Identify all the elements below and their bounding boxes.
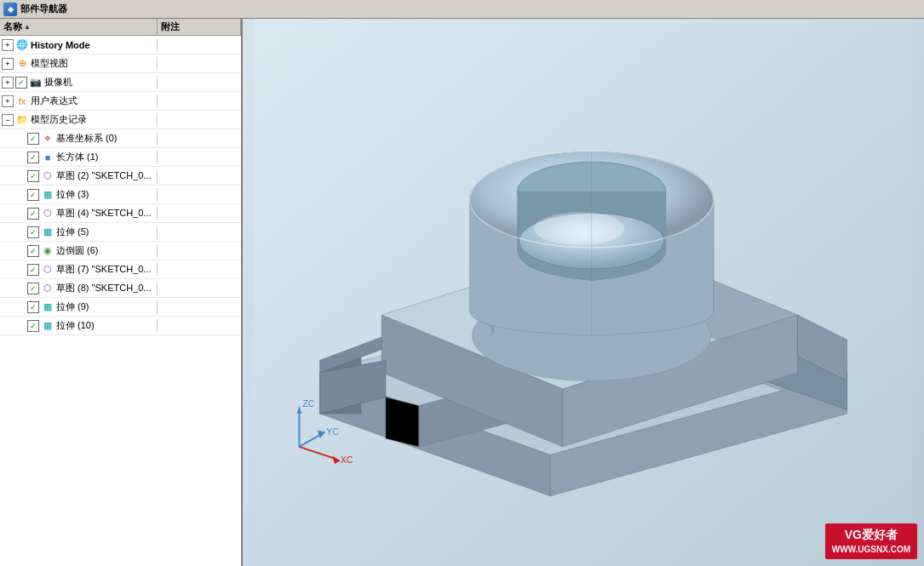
- tree-row-name-cell: ✓▦拉伸 (5): [0, 226, 158, 239]
- sketch8-icon: ⬡: [41, 282, 55, 295]
- tree-row-name-cell: ✓▦拉伸 (3): [0, 188, 158, 202]
- tree-row-name-cell: ✓▦拉伸 (10): [0, 319, 158, 333]
- tree-row-name-cell: ✓⬡草图 (8) "SKETCH_0...: [0, 282, 158, 295]
- tree-row[interactable]: ✓■长方体 (1): [0, 148, 241, 167]
- tree-row-name-cell: +fx用户表达式: [0, 94, 158, 108]
- tree-row[interactable]: +fx用户表达式: [0, 92, 241, 111]
- tree-row-name-cell: ✓■长方体 (1): [0, 151, 158, 164]
- tree-row-text: 拉伸 (5): [56, 226, 89, 238]
- tree-row[interactable]: ✓⬡草图 (2) "SKETCH_0...: [0, 167, 241, 186]
- history-mode-icon: 🌐: [15, 38, 29, 52]
- tree-row-text: 草图 (2) "SKETCH_0...: [56, 169, 151, 182]
- tree-row[interactable]: ✓⬡草图 (4) "SKETCH_0...: [0, 204, 241, 223]
- visibility-checkbox[interactable]: ✓: [15, 77, 27, 89]
- tree-row-name-cell: +⊕模型视图: [0, 57, 158, 71]
- fillet6-icon: ◉: [41, 244, 55, 258]
- extrude9-icon: ▦: [41, 300, 55, 314]
- tree-row-name-cell: ✓⬡草图 (4) "SKETCH_0...: [0, 207, 158, 220]
- watermark-line1: VG爱好者: [832, 527, 910, 544]
- tree-row-text: 模型历史记录: [31, 113, 87, 126]
- svg-text:YC: YC: [326, 426, 339, 437]
- 3d-model-svg: ZC YC XC: [243, 19, 924, 566]
- svg-point-21: [534, 212, 624, 245]
- 3d-viewport[interactable]: ZC YC XC VG爱好者 WWW.UGSNX.COM: [243, 19, 924, 566]
- visibility-checkbox[interactable]: ✓: [27, 264, 39, 276]
- tree-row[interactable]: ✓▦拉伸 (9): [0, 298, 241, 317]
- visibility-checkbox[interactable]: ✓: [27, 170, 39, 182]
- tree-row-text: 拉伸 (3): [56, 188, 89, 201]
- tree-row[interactable]: ✓⬡草图 (7) "SKETCH_0...: [0, 260, 241, 279]
- visibility-checkbox[interactable]: ✓: [27, 245, 39, 257]
- tree-row-text: History Mode: [31, 40, 90, 50]
- tree-row[interactable]: ✓▦拉伸 (10): [0, 317, 241, 335]
- title-bar-text: 部件导航器: [20, 3, 67, 15]
- tree-row-text: 拉伸 (10): [56, 319, 95, 332]
- name-column-header: 名称 ▲: [0, 19, 158, 35]
- tree-row-text: 基准坐标系 (0): [56, 132, 118, 145]
- svg-marker-10: [386, 397, 419, 447]
- visibility-checkbox[interactable]: ✓: [27, 152, 39, 163]
- expand-button[interactable]: +: [2, 58, 14, 70]
- visibility-checkbox[interactable]: ✓: [27, 133, 39, 145]
- svg-text:ZC: ZC: [302, 398, 314, 409]
- expand-button[interactable]: +: [2, 77, 14, 89]
- app-container: ◈ 部件导航器 名称 ▲ 附注 +🌐History Mode+⊕模型视图+✓📷摄…: [0, 0, 924, 566]
- sort-arrow[interactable]: ▲: [24, 23, 31, 31]
- tree-row[interactable]: ✓⌖基准坐标系 (0): [0, 129, 241, 148]
- part-navigator-panel: 名称 ▲ 附注 +🌐History Mode+⊕模型视图+✓📷摄像机+fx用户表…: [0, 19, 243, 566]
- model-view-icon: ⊕: [15, 57, 29, 71]
- tree-row-name-cell: ✓⬡草图 (2) "SKETCH_0...: [0, 169, 158, 183]
- tree-row-text: 用户表达式: [31, 94, 77, 107]
- camera-icon: 📷: [29, 76, 43, 89]
- watermark: VG爱好者 WWW.UGSNX.COM: [825, 523, 917, 559]
- collapse-button[interactable]: −: [2, 114, 14, 126]
- extrude5-icon: ▦: [41, 226, 55, 239]
- sketch2-icon: ⬡: [41, 169, 55, 183]
- app-icon: ◈: [3, 3, 17, 16]
- tree-row-text: 草图 (4) "SKETCH_0...: [56, 207, 151, 220]
- tree-row[interactable]: +✓📷摄像机: [0, 73, 241, 92]
- tree-row[interactable]: ✓◉边倒圆 (6): [0, 242, 241, 260]
- tree-row-name-cell: ✓▦拉伸 (9): [0, 300, 158, 314]
- tree-row[interactable]: +🌐History Mode: [0, 36, 241, 54]
- expand-button[interactable]: +: [2, 39, 14, 51]
- visibility-checkbox[interactable]: ✓: [27, 226, 39, 238]
- sketch7-icon: ⬡: [41, 263, 55, 277]
- extrude10-icon: ▦: [41, 319, 55, 333]
- tree-row[interactable]: ✓⬡草图 (8) "SKETCH_0...: [0, 279, 241, 298]
- visibility-checkbox[interactable]: ✓: [27, 283, 39, 294]
- tree-row[interactable]: +⊕模型视图: [0, 54, 241, 73]
- sketch4-icon: ⬡: [41, 207, 55, 220]
- visibility-checkbox[interactable]: ✓: [27, 320, 39, 332]
- tree-row[interactable]: ✓▦拉伸 (5): [0, 223, 241, 242]
- model-history-icon: 📁: [15, 113, 29, 127]
- svg-text:XC: XC: [341, 455, 353, 465]
- visibility-checkbox[interactable]: ✓: [27, 189, 39, 201]
- tree-row-name-cell: ✓⌖基准坐标系 (0): [0, 132, 158, 146]
- block1-icon: ■: [41, 151, 55, 164]
- tree-row-name-cell: ✓⬡草图 (7) "SKETCH_0...: [0, 263, 158, 277]
- tree-header: 名称 ▲ 附注: [0, 19, 241, 36]
- expand-button[interactable]: +: [2, 95, 14, 107]
- tree-row-name-cell: +🌐History Mode: [0, 38, 158, 52]
- tree-row-text: 模型视图: [31, 57, 68, 70]
- tree-table[interactable]: 名称 ▲ 附注 +🌐History Mode+⊕模型视图+✓📷摄像机+fx用户表…: [0, 19, 241, 566]
- visibility-checkbox[interactable]: ✓: [27, 208, 39, 220]
- tree-row-text: 拉伸 (9): [56, 300, 89, 313]
- tree-row-name-cell: +✓📷摄像机: [0, 76, 158, 89]
- tree-row-text: 摄像机: [44, 76, 72, 89]
- tree-body: +🌐History Mode+⊕模型视图+✓📷摄像机+fx用户表达式−📁模型历史…: [0, 36, 241, 335]
- tree-row-text: 草图 (8) "SKETCH_0...: [56, 282, 151, 294]
- tree-row-name-cell: ✓◉边倒圆 (6): [0, 244, 158, 258]
- tree-row[interactable]: −📁模型历史记录: [0, 111, 241, 129]
- visibility-checkbox[interactable]: ✓: [27, 301, 39, 313]
- main-content: 名称 ▲ 附注 +🌐History Mode+⊕模型视图+✓📷摄像机+fx用户表…: [0, 19, 924, 566]
- tree-row-name-cell: −📁模型历史记录: [0, 113, 158, 127]
- title-bar: ◈ 部件导航器: [0, 0, 924, 19]
- coord-sys-icon: ⌖: [41, 132, 55, 146]
- tree-row-text: 长方体 (1): [56, 151, 99, 163]
- watermark-line2: WWW.UGSNX.COM: [832, 544, 910, 556]
- tree-row-text: 边倒圆 (6): [56, 244, 99, 257]
- tree-row[interactable]: ✓▦拉伸 (3): [0, 186, 241, 204]
- expression-icon: fx: [15, 94, 29, 108]
